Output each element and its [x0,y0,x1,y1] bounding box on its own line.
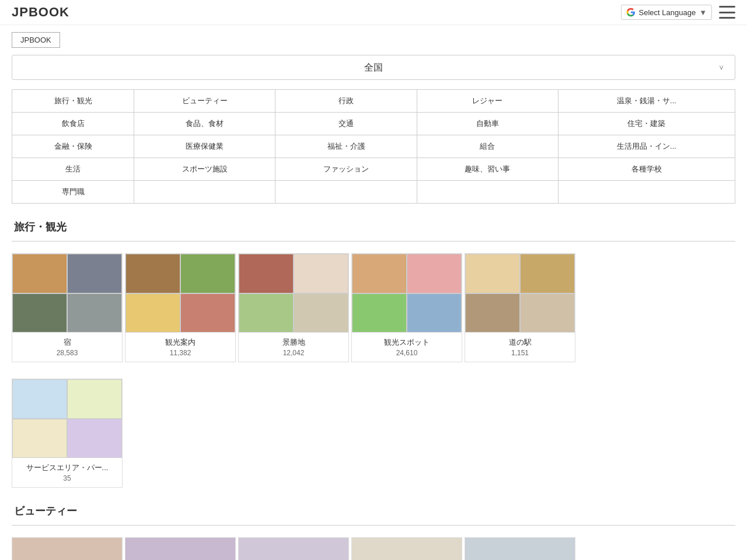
card-service-area-images [12,379,122,458]
menu-icon[interactable] [719,6,735,19]
card-kanko-annai-title: 観光案内 [130,337,231,348]
card-yado-images [12,254,122,332]
header-right: Select Language ▼ [621,5,735,20]
section-beauty-divider [12,525,735,526]
card-kanko-spot[interactable]: 観光スポット 24,610 [351,253,462,362]
card-keishochi-title: 景勝地 [243,337,344,348]
card-img [465,293,520,333]
card-yado-count: 28,583 [17,349,117,357]
card-img [465,254,520,293]
language-selector[interactable]: Select Language ▼ [621,5,712,20]
category-life[interactable]: 生活 [12,158,134,181]
card-img [294,254,348,293]
card-keishochi[interactable]: 景勝地 12,042 [238,253,349,362]
category-auto[interactable]: 自動車 [417,113,558,135]
card-img [67,419,122,459]
card-michinoeki-title: 道の駅 [470,337,570,348]
category-empty-3 [417,181,558,204]
card-kanko-annai-count: 11,382 [130,349,231,357]
card-michinoeki-info: 道の駅 1,151 [465,332,575,362]
card-img [12,254,67,293]
card-img [67,293,122,333]
travel-card-grid: 宿 28,583 観光案内 11,382 [12,253,735,362]
category-onsen[interactable]: 温泉・銭湯・サ... [558,90,735,113]
category-empty-4 [558,181,735,204]
main-content: JPBOOK 全国 北海道 東北 関東 中部 近畿 中国 四国 九州・沖縄 旅行… [0,25,747,560]
category-leisure[interactable]: レジャー [417,90,558,113]
category-admin[interactable]: 行政 [275,90,417,113]
card-kanko-annai-info: 観光案内 11,382 [125,332,235,362]
category-union[interactable]: 組合 [417,135,558,158]
category-welfare[interactable]: 福祉・介護 [275,135,417,158]
card-service-area[interactable]: サービスエリア・パー... 35 [12,379,123,488]
card-keishochi-images [239,254,348,332]
section-beauty-title: ビューティー [12,504,735,518]
card-img [67,254,122,293]
beauty-card-2[interactable] [125,537,236,560]
category-sports[interactable]: スポーツ施設 [134,158,275,181]
card-img [12,293,67,333]
language-arrow: ▼ [699,8,707,17]
beauty-card-5[interactable] [465,537,575,560]
card-kanko-annai-images [125,254,235,332]
category-empty-1 [134,181,275,204]
section-travel: 旅行・観光 宿 28,583 [12,220,735,488]
card-kanko-annai[interactable]: 観光案内 11,382 [125,253,236,362]
card-img [407,254,462,293]
category-medical[interactable]: 医療保健業 [134,135,275,158]
region-selector[interactable]: 全国 北海道 東北 関東 中部 近畿 中国 四国 九州・沖縄 [12,55,735,80]
breadcrumb-tab[interactable]: JPBOOK [12,32,60,48]
category-empty-2 [275,181,417,204]
travel-card-grid-row2: サービスエリア・パー... 35 [12,379,735,488]
card-service-area-info: サービスエリア・パー... 35 [12,458,122,487]
card-service-area-count: 35 [17,474,117,482]
card-img [407,293,462,333]
section-beauty: ビューティー [12,504,735,560]
section-travel-divider [12,241,735,242]
card-img [520,254,575,293]
category-hobby[interactable]: 趣味、習い事 [417,158,558,181]
beauty-card-3[interactable] [238,537,349,560]
card-yado-title: 宿 [17,337,117,348]
card-img [239,293,294,333]
card-kanko-spot-count: 24,610 [357,349,457,357]
card-michinoeki[interactable]: 道の駅 1,151 [465,253,575,362]
category-restaurants[interactable]: 飲食店 [12,113,134,135]
beauty-card-grid [12,537,735,560]
card-yado-info: 宿 28,583 [12,332,122,362]
card-michinoeki-count: 1,151 [470,349,570,357]
category-table: 旅行・観光 ビューティー 行政 レジャー 温泉・銭湯・サ... 飲食店 食品、食… [12,89,735,204]
category-transport[interactable]: 交通 [275,113,417,135]
category-specialist[interactable]: 専門職 [12,181,134,204]
category-goods[interactable]: 生活用品・イン... [558,135,735,158]
google-icon [626,8,636,17]
category-beauty[interactable]: ビューティー [134,90,275,113]
card-img [180,293,235,333]
region-select[interactable]: 全国 北海道 東北 関東 中部 近畿 中国 四国 九州・沖縄 [12,55,735,79]
card-img [520,293,575,333]
category-school[interactable]: 各種学校 [558,158,735,181]
category-travel[interactable]: 旅行・観光 [12,90,134,113]
card-michinoeki-images [465,254,575,332]
card-img [12,379,67,419]
card-kanko-spot-title: 観光スポット [357,337,457,348]
card-img [239,254,294,293]
beauty-card-4[interactable] [351,537,462,560]
header: JPBOOK Select Language ▼ [0,0,747,25]
section-travel-title: 旅行・観光 [12,220,735,234]
card-kanko-spot-images [352,254,462,332]
beauty-card-1[interactable] [12,537,123,560]
card-img [352,293,407,333]
card-keishochi-count: 12,042 [243,349,344,357]
category-food[interactable]: 食品、食材 [134,113,275,135]
card-img [180,254,235,293]
card-img [125,254,180,293]
category-finance[interactable]: 金融・保険 [12,135,134,158]
category-housing[interactable]: 住宅・建築 [558,113,735,135]
card-img [352,254,407,293]
site-logo[interactable]: JPBOOK [12,5,69,20]
card-img [125,293,180,333]
category-fashion[interactable]: ファッション [275,158,417,181]
card-yado[interactable]: 宿 28,583 [12,253,123,362]
card-img [67,379,122,419]
